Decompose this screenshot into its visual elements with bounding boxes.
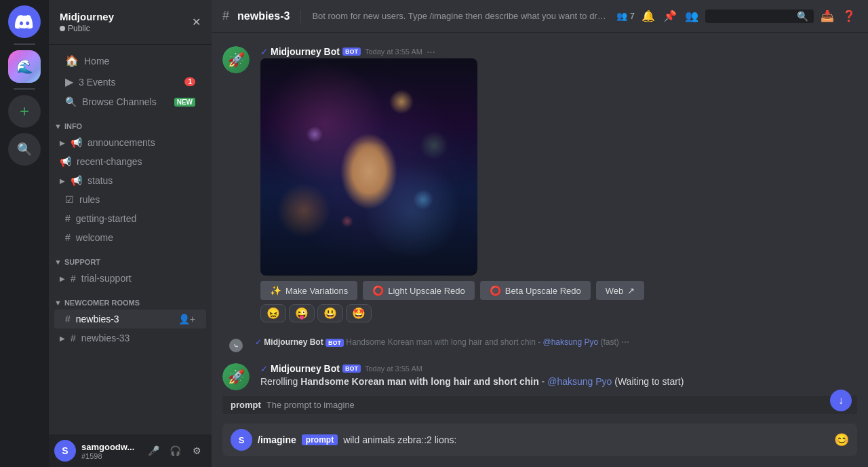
light-upscale-icon: ⭕ — [372, 285, 384, 296]
reroll-prompt-bold: Handsome Korean man with long hair and s… — [300, 376, 539, 387]
verified-small-icon: ✓ — [255, 337, 262, 347]
reroll-status: (Waiting to start) — [614, 376, 684, 387]
discord-home-button[interactable] — [8, 5, 41, 38]
channel-newbies-3[interactable]: # newbies-3 👤+ — [54, 310, 206, 329]
search-input[interactable] — [711, 11, 794, 21]
web-button[interactable]: Web ↗ — [596, 281, 645, 300]
emoji-button[interactable]: 😊 — [834, 432, 849, 447]
ai-generated-image[interactable] — [260, 58, 477, 276]
reaction-1[interactable]: 😖 — [260, 304, 286, 322]
username: samgoodw... — [81, 442, 138, 452]
reroll-author: Midjourney Bot — [271, 363, 340, 374]
server-divider-2 — [14, 88, 35, 90]
input-avatar: S — [231, 429, 252, 451]
channel-announcements[interactable]: ▶ 📢 announcements — [54, 133, 206, 152]
midjourney-server-icon[interactable]: 🌊 — [8, 50, 41, 83]
message-content: ✓ Midjourney Bot BOT Today at 3:55 AM ⋯ — [260, 46, 857, 328]
headphones-button[interactable]: 🎧 — [165, 441, 184, 460]
verified-icon: ✓ — [260, 47, 268, 57]
browse-new-badge: NEW — [174, 98, 195, 107]
browse-icon: 🔍 — [65, 96, 77, 107]
channel-label: getting-started — [76, 213, 137, 224]
server-menu-icon: ✕ — [192, 16, 201, 29]
channel-label: recent-changes — [77, 156, 142, 167]
channel-icon: # — [65, 314, 71, 324]
image-container: ✨ Make Variations ⭕ Light Upscale Redo ⭕… — [260, 58, 857, 322]
scroll-to-bottom-button[interactable]: ↓ — [830, 390, 852, 411]
category-newcomer-rooms[interactable]: ▼ NEWCOMER ROOMS — [49, 288, 212, 310]
main-content: # newbies-3 Bot room for new users. Type… — [212, 0, 868, 467]
channel-label: trial-support — [81, 273, 132, 284]
channel-icon: # — [65, 232, 71, 243]
context-menu-icon[interactable]: ⋯ — [427, 47, 435, 57]
channel-welcome[interactable]: # welcome — [54, 228, 206, 247]
beta-upscale-label: Beta Upscale Redo — [505, 286, 581, 296]
microphone-button[interactable]: 🎤 — [144, 441, 163, 460]
channel-label: status — [87, 175, 113, 186]
make-variations-button[interactable]: ✨ Make Variations — [260, 281, 357, 300]
category-support[interactable]: ▼ SUPPORT — [49, 247, 212, 269]
pin-button[interactable]: 📌 — [662, 8, 678, 24]
variations-icon: ✨ — [270, 285, 281, 296]
message-author: Midjourney Bot — [271, 46, 340, 57]
reroll-text: Rerolling Handsome Korean man with long … — [260, 375, 857, 389]
reaction-2[interactable]: 😜 — [289, 304, 315, 322]
server-divider — [14, 43, 35, 45]
notifications-button[interactable]: 🔔 — [640, 8, 656, 24]
server-bar: 🌊 + 🔍 — [0, 0, 49, 467]
sidebar-item-home[interactable]: 🏠 Home — [54, 50, 206, 71]
channel-label: rules — [79, 194, 100, 205]
sidebar-item-browse[interactable]: 🔍 Browse Channels NEW — [54, 92, 206, 111]
channel-icon: # — [71, 333, 76, 343]
emoji-reactions: 😖 😜 😃 🤩 — [260, 304, 857, 322]
channel-sidebar: Midjourney Public ✕ 🏠 Home ▶ 3 Events 1 … — [49, 0, 212, 467]
category-collapse-icon: ▼ — [54, 299, 62, 307]
user-bar: S samgoodw... #1598 🎤 🎧 ⚙ — [49, 434, 212, 467]
bot-badge-reroll: BOT — [342, 365, 361, 373]
collapse-icon: ▶ — [60, 177, 65, 185]
beta-upscale-redo-button[interactable]: ⭕ Beta Upscale Redo — [480, 281, 591, 300]
messages-area: 🚀 ✓ Midjourney Bot BOT Today at 3:55 AM … — [212, 33, 868, 418]
server-header[interactable]: Midjourney Public ✕ — [49, 0, 212, 45]
channel-getting-started[interactable]: # getting-started — [54, 209, 206, 228]
channel-hash-icon: # — [222, 9, 229, 23]
member-list-button[interactable]: 👥 — [684, 8, 700, 24]
channel-icon: ☑ — [65, 194, 74, 205]
reaction-3[interactable]: 😃 — [317, 304, 343, 322]
header-actions: 👥 7 🔔 📌 👥 🔍 📥 ❓ — [616, 8, 857, 24]
add-server-button[interactable]: + — [8, 95, 41, 128]
channel-rules[interactable]: ☑ rules — [54, 190, 206, 209]
channel-trial-support[interactable]: ▶ # trial-support — [54, 269, 206, 288]
beta-upscale-icon: ⭕ — [490, 285, 501, 296]
channel-label: announcements — [87, 137, 155, 148]
help-button[interactable]: ❓ — [841, 8, 857, 24]
prompt-keyword: prompt — [231, 400, 261, 410]
reaction-4[interactable]: 🤩 — [346, 304, 372, 322]
category-info[interactable]: ▼ INFO — [49, 111, 212, 133]
reroll-message-row: 🚀 ✓ Midjourney Bot BOT Today at 3:55 AM … — [222, 360, 857, 393]
sidebar-item-label: Browse Channels — [82, 96, 157, 107]
light-upscale-redo-button[interactable]: ⭕ Light Upscale Redo — [363, 281, 474, 300]
members-icon: 👥 — [616, 11, 627, 21]
channel-newbies-33[interactable]: ▶ # newbies-33 — [54, 329, 206, 348]
search-bar[interactable]: 🔍 — [705, 10, 814, 23]
discover-servers-button[interactable]: 🔍 — [8, 133, 41, 166]
channel-label: welcome — [76, 232, 113, 243]
category-collapse-icon: ▼ — [54, 258, 62, 266]
chat-input-field[interactable] — [343, 434, 829, 445]
channel-status[interactable]: ▶ 📢 status — [54, 171, 206, 190]
add-member-icon[interactable]: 👤+ — [178, 314, 195, 324]
category-label: INFO — [64, 122, 82, 130]
channel-recent-changes[interactable]: 📢 recent-changes — [54, 152, 206, 171]
search-icon: 🔍 — [797, 11, 808, 22]
mention: @haksung Pyo — [543, 337, 599, 347]
sidebar-item-label: 3 Events — [79, 77, 115, 88]
inbox-button[interactable]: 📥 — [819, 8, 835, 24]
chat-input-box: S /imagine prompt 😊 — [222, 424, 857, 456]
sidebar-item-events[interactable]: ▶ 3 Events 1 — [54, 71, 206, 92]
sidebar-scroll: 🏠 Home ▶ 3 Events 1 🔍 Browse Channels NE… — [49, 45, 212, 434]
message-avatar: 🚀 — [222, 46, 250, 73]
category-label: NEWCOMER ROOMS — [64, 299, 140, 307]
settings-button[interactable]: ⚙ — [187, 441, 206, 460]
reroll-avatar: 🚀 — [222, 363, 250, 390]
